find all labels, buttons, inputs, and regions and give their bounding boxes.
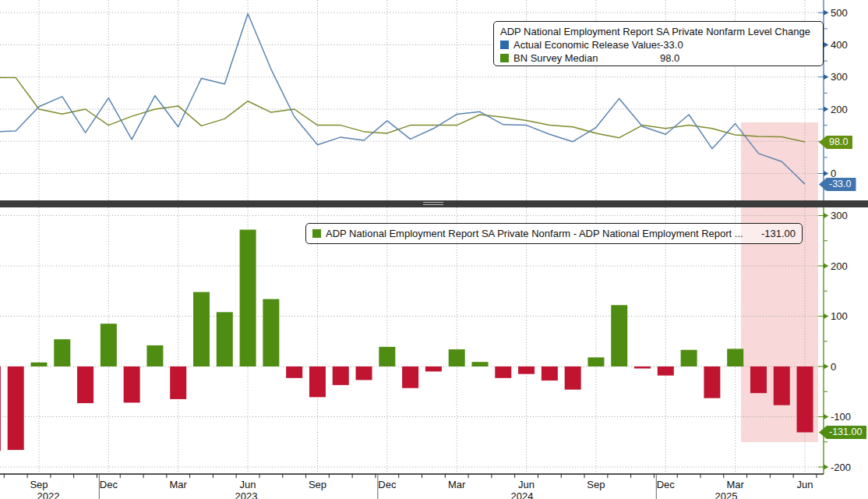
x-year-label: 2023 [235,490,258,499]
diff-bar [681,350,697,366]
diff-bar [54,339,70,366]
y-tick-label: -100 [831,411,851,423]
y-tick-label: 200 [831,260,848,272]
actual-last-value-badge: -33.0 [819,178,856,191]
actual-series-swatch-icon [500,41,509,49]
diff-bar [286,366,302,378]
x-tick-label: Sep [30,479,48,490]
x-tick-label: Mar [448,479,466,490]
top-legend-title-row: ADP National Employment Report SA Privat… [500,25,817,38]
diff-bar [333,366,349,385]
diff-last-value-badge: -131.00 [819,426,866,439]
panel-divider[interactable] [0,200,868,207]
x-year-label: 2025 [715,490,738,499]
x-tick-label: Sep [309,479,326,490]
y-tick-arrow-icon [824,264,829,269]
diff-bar [565,366,581,390]
actual-series-label: Actual Economic Release Values [513,38,660,51]
diff-bar [634,366,651,369]
x-tick-label: Dec [100,479,118,490]
diff-bar [611,305,627,366]
divider-drag-handle[interactable] [423,201,443,207]
legend-row-actual[interactable]: Actual Economic Release Values -33.0 [500,38,817,51]
diff-bar [518,366,535,374]
top-legend[interactable]: ADP National Employment Report SA Privat… [493,21,824,66]
x-tick-label: Jun [797,479,813,490]
diff-bar [170,366,186,399]
diff-bar [146,345,163,366]
x-tick-label: Mar [726,479,744,490]
adp-employment-chart: 5004003002001000 3002001000-100-200SepDe… [0,0,868,499]
x-year-label: 2024 [511,490,534,499]
diff-series-value: -131.00 [761,227,796,240]
bottom-panel-bar-chart: 3002001000-100-200SepDecMarJunSepDecMarJ… [0,207,868,499]
y-tick-label: 100 [831,310,848,322]
y-tick-label: 400 [831,39,848,51]
x-tick-label: Mar [170,479,188,490]
y-tick-arrow-icon [824,364,829,370]
y-tick-arrow-icon [824,107,829,112]
x-tick-label: Dec [378,479,397,490]
diff-bar [263,299,279,366]
diff-bar [402,366,418,388]
y-tick-arrow-icon [824,313,829,319]
diff-bar [77,366,94,403]
x-year-label: 2022 [37,490,60,499]
top-legend-title: ADP National Employment Report SA Privat… [500,25,810,38]
diff-bar [193,292,210,366]
y-tick-arrow-icon [824,171,829,176]
y-tick-label: 500 [831,7,848,19]
y-tick-label: -200 [831,462,851,473]
diff-series-label: ADP National Employment Report SA Privat… [326,227,743,240]
y-tick-arrow-icon [824,465,829,470]
y-tick-arrow-icon [824,414,829,419]
diff-bar [124,366,140,402]
diff-bar [542,366,558,380]
diff-bar [356,366,372,380]
diff-bar [774,366,790,405]
x-tick-label: Sep [587,479,605,490]
diff-bar [658,366,674,376]
diff-series-swatch-icon [312,229,321,238]
y-tick-arrow-icon [824,74,829,80]
diff-bar [101,324,117,366]
diff-bar [495,366,511,378]
diff-bar [0,366,1,451]
y-tick-label: 300 [831,71,848,83]
diff-bar [750,366,767,393]
survey-series-swatch-icon [500,54,509,62]
diff-bar [449,349,465,366]
diff-bar [425,366,442,371]
x-tick-label: Dec [657,479,676,490]
survey-series-label: BN Survey Median [513,51,660,65]
y-tick-label: 0 [831,361,836,373]
diff-bar [727,349,743,366]
diff-bar [8,366,24,450]
y-tick-label: 200 [831,104,848,115]
diff-bar [309,366,326,397]
survey-series-value: 98.0 [660,51,679,65]
y-tick-label: 0 [831,168,836,179]
bottom-legend[interactable]: ADP National Employment Report SA Privat… [305,223,803,244]
diff-bar [240,230,256,366]
diff-bar [379,347,395,366]
y-tick-arrow-icon [824,213,829,218]
diff-bar [587,357,604,366]
y-tick-arrow-icon [824,42,829,48]
actual-series-value: -33.0 [660,38,683,51]
diff-bar [471,362,488,366]
x-tick-label: Jun [240,479,256,490]
diff-bar [217,312,233,366]
diff-bar [797,366,813,432]
y-tick-arrow-icon [824,10,829,16]
legend-row-survey[interactable]: BN Survey Median 98.0 [500,51,817,65]
diff-bar [704,366,720,398]
y-tick-label: 300 [831,210,848,221]
diff-bar [30,363,47,366]
x-tick-label: Jun [518,479,535,490]
